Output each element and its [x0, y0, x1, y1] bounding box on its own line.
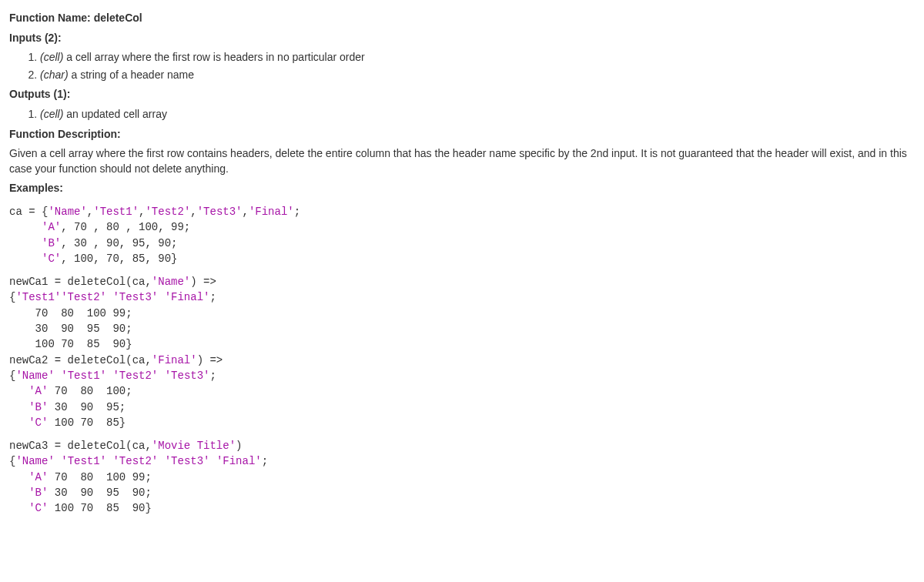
input-item-1: (cell) a cell array where the first row … — [40, 50, 915, 65]
example-code-block-1: ca = {'Name','Test1','Test2','Test3','Fi… — [9, 204, 915, 266]
example-code-block-3: newCa3 = deleteCol(ca,'Movie Title') {'N… — [9, 438, 915, 516]
outputs-label: Outputs (1): — [9, 87, 915, 102]
inputs-list: (cell) a cell array where the first row … — [9, 50, 915, 82]
function-description-body: Given a cell array where the first row c… — [9, 146, 915, 176]
inputs-label: Inputs (2): — [9, 31, 915, 46]
input-1-desc: a cell array where the first row is head… — [63, 51, 364, 63]
function-name-line: Function Name: deleteCol — [9, 11, 915, 26]
function-name-value: deleteCol — [94, 12, 142, 24]
input-item-2: (char) a string of a header name — [40, 68, 915, 83]
input-2-desc: a string of a header name — [69, 69, 194, 81]
outputs-list: (cell) an updated cell array — [9, 107, 915, 122]
output-1-desc: an updated cell array — [63, 108, 167, 120]
input-2-type: (char) — [40, 69, 69, 81]
function-description-label: Function Description: — [9, 127, 915, 142]
function-name-label: Function Name: — [9, 12, 94, 24]
examples-label: Examples: — [9, 181, 915, 196]
input-1-type: (cell) — [40, 51, 63, 63]
example-code-block-2: newCa1 = deleteCol(ca,'Name') => {'Test1… — [9, 274, 915, 430]
output-item-1: (cell) an updated cell array — [40, 107, 915, 122]
output-1-type: (cell) — [40, 108, 63, 120]
